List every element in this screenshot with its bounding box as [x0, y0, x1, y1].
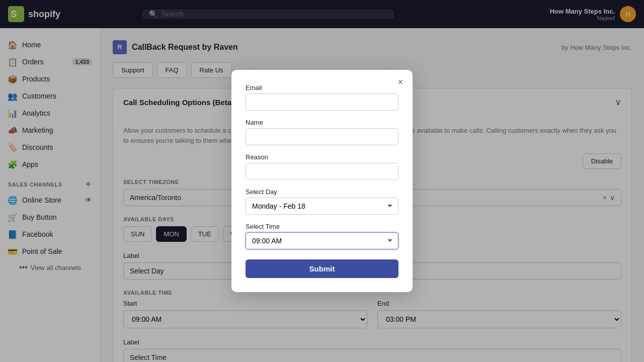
select-time-group: Select Time 09:00 AM 10:00 AM 11:00 AM 1…	[246, 223, 398, 256]
select-day-dropdown[interactable]: Monday - Feb 18 Tuesday - Feb 19 Wednesd…	[246, 198, 398, 215]
callback-modal: × Email Name Reason Select Day Monday - …	[231, 70, 413, 292]
email-label: Email	[246, 84, 398, 92]
modal-overlay[interactable]: × Email Name Reason Select Day Monday - …	[0, 0, 644, 362]
select-time-dropdown[interactable]: 09:00 AM 10:00 AM 11:00 AM 12:00 PM 01:0…	[246, 232, 398, 249]
select-day-group: Select Day Monday - Feb 18 Tuesday - Feb…	[246, 188, 398, 222]
submit-button[interactable]: Submit	[246, 259, 398, 278]
reason-input[interactable]	[246, 163, 398, 180]
name-input[interactable]	[246, 128, 398, 145]
reason-group: Reason	[246, 153, 398, 187]
select-day-label: Select Day	[246, 188, 398, 196]
name-group: Name	[246, 119, 398, 152]
modal-close-button[interactable]: ×	[394, 76, 407, 88]
reason-label: Reason	[246, 153, 398, 161]
email-group: Email	[246, 84, 398, 118]
name-label: Name	[246, 119, 398, 126]
select-time-label: Select Time	[246, 223, 398, 230]
email-input[interactable]	[246, 94, 398, 111]
